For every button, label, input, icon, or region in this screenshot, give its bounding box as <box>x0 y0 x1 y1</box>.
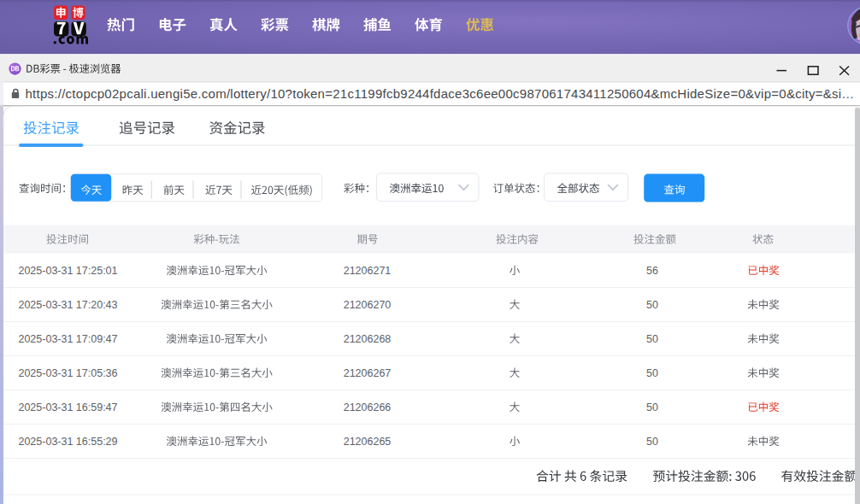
svg-text:21206266: 21206266 <box>344 401 392 413</box>
svg-text:21206267: 21206267 <box>344 367 392 379</box>
svg-text:50: 50 <box>646 299 658 311</box>
svg-text:2025-03-31 17:25:01: 2025-03-31 17:25:01 <box>18 265 117 277</box>
svg-text:50: 50 <box>646 401 658 413</box>
svg-text:50: 50 <box>646 333 658 345</box>
svg-text:2025-03-31 17:20:43: 2025-03-31 17:20:43 <box>18 299 117 311</box>
svg-text:2025-03-31 16:55:29: 2025-03-31 16:55:29 <box>18 436 117 448</box>
svg-text:2025-03-31 17:09:47: 2025-03-31 17:09:47 <box>18 333 117 345</box>
svg-text:https://ctopcp02pcali.uengi5e.: https://ctopcp02pcali.uengi5e.com/lotter… <box>26 86 855 101</box>
svg-text:50: 50 <box>646 436 658 448</box>
svg-text:50: 50 <box>646 367 658 379</box>
svg-text:2025-03-31 16:59:47: 2025-03-31 16:59:47 <box>18 401 117 413</box>
svg-text:21206265: 21206265 <box>344 436 392 448</box>
svg-text:21206271: 21206271 <box>344 265 392 277</box>
svg-text:2025-03-31 17:05:36: 2025-03-31 17:05:36 <box>18 367 117 379</box>
svg-text:21206270: 21206270 <box>344 299 392 311</box>
svg-text:21206268: 21206268 <box>344 333 392 345</box>
svg-text:56: 56 <box>646 265 658 277</box>
